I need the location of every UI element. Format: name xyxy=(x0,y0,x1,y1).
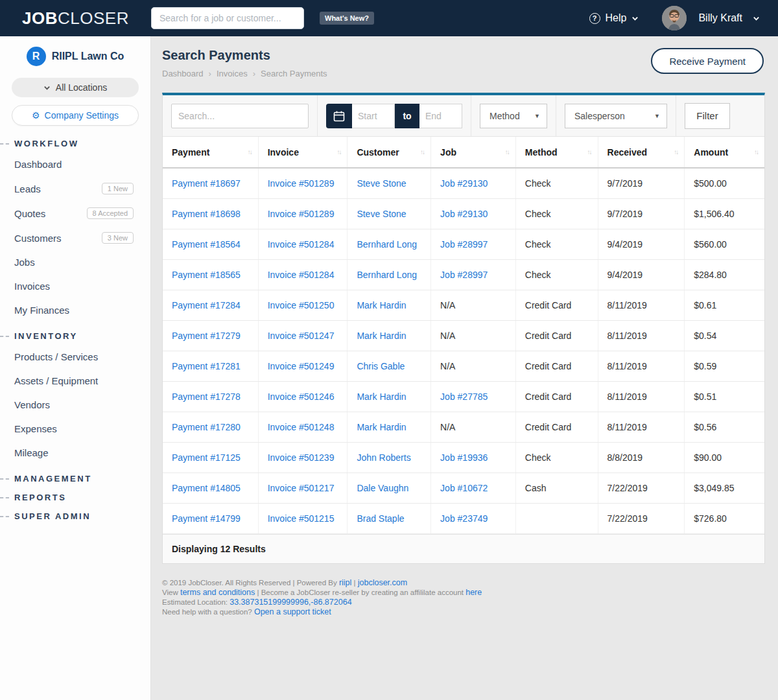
customer-link[interactable]: Mark Hardin xyxy=(357,391,406,402)
invoice-link[interactable]: Invoice #501239 xyxy=(268,452,335,463)
section-reports[interactable]: REPORTS xyxy=(0,493,150,502)
sidebar-item-invoices[interactable]: Invoices xyxy=(0,274,150,298)
column-header-customer[interactable]: Customer↑↓ xyxy=(348,137,431,167)
column-header-amount[interactable]: Amount↑↓ xyxy=(685,137,764,167)
customer-link[interactable]: John Roberts xyxy=(357,452,410,463)
payment-link[interactable]: Payment #18565 xyxy=(172,270,241,280)
sort-icon[interactable]: ↑↓ xyxy=(420,148,424,156)
payment-link[interactable]: Payment #17278 xyxy=(172,391,241,402)
user-avatar[interactable] xyxy=(662,6,687,30)
job-link[interactable]: Job #23749 xyxy=(440,513,488,524)
payment-link[interactable]: Payment #18564 xyxy=(172,239,241,250)
calendar-icon[interactable] xyxy=(326,104,352,128)
footer-link[interactable]: riipl xyxy=(339,578,351,587)
end-date-input[interactable] xyxy=(419,104,462,128)
global-search-input[interactable] xyxy=(151,7,304,29)
job-link[interactable]: Job #28997 xyxy=(440,239,488,250)
sort-icon[interactable]: ↑↓ xyxy=(505,148,509,156)
customer-link[interactable]: Dale Vaughn xyxy=(357,483,408,493)
column-header-method[interactable]: Method↑↓ xyxy=(516,137,598,167)
sort-icon[interactable]: ↑↓ xyxy=(674,148,678,156)
job-link[interactable]: Job #29130 xyxy=(440,209,488,219)
column-header-received[interactable]: Received↑↓ xyxy=(598,137,685,167)
invoice-link[interactable]: Invoice #501215 xyxy=(268,513,335,524)
invoice-link[interactable]: Invoice #501289 xyxy=(268,178,335,189)
customer-link[interactable]: Mark Hardin xyxy=(357,422,406,432)
footer-link[interactable]: 33.387315199999996,-86.872064 xyxy=(230,598,351,607)
sort-icon[interactable]: ↑↓ xyxy=(248,148,252,156)
footer-link[interactable]: Open a support ticket xyxy=(254,607,331,616)
app-logo[interactable]: JOBCLOSER xyxy=(0,8,151,29)
filter-button[interactable]: Filter xyxy=(685,103,730,129)
customer-link[interactable]: Mark Hardin xyxy=(357,300,406,310)
customer-link[interactable]: Brad Staple xyxy=(357,513,404,524)
receive-payment-button[interactable]: Receive Payment xyxy=(651,48,764,74)
customer-link[interactable]: Steve Stone xyxy=(357,178,406,189)
customer-link[interactable]: Bernhard Long xyxy=(357,270,417,280)
sidebar-item-expenses[interactable]: Expenses xyxy=(0,417,150,441)
invoice-link[interactable]: Invoice #501289 xyxy=(268,209,335,219)
invoice-link[interactable]: Invoice #501284 xyxy=(268,270,335,280)
payment-link[interactable]: Payment #14805 xyxy=(172,483,241,493)
sidebar-item-products-services[interactable]: Products / Services xyxy=(0,345,150,369)
sort-icon[interactable]: ↑↓ xyxy=(587,148,591,156)
invoice-link[interactable]: Invoice #501249 xyxy=(268,361,335,371)
footer-line: © 2019 JobCloser. All Rights Reserved | … xyxy=(162,578,765,588)
payment-link[interactable]: Payment #17125 xyxy=(172,452,241,463)
sidebar-item-quotes[interactable]: Quotes8 Accepted xyxy=(0,201,150,226)
footer-link[interactable]: here xyxy=(466,588,482,597)
sort-icon[interactable]: ↑↓ xyxy=(754,148,758,156)
start-date-input[interactable] xyxy=(352,104,395,128)
invoice-link[interactable]: Invoice #501250 xyxy=(268,300,335,310)
footer-link[interactable]: terms and conditions xyxy=(180,588,255,597)
invoice-link[interactable]: Invoice #501246 xyxy=(268,391,335,402)
invoice-link[interactable]: Invoice #501284 xyxy=(268,239,335,250)
column-header-invoice[interactable]: Invoice↑↓ xyxy=(259,137,348,167)
breadcrumb-dashboard[interactable]: Dashboard xyxy=(162,69,204,78)
payment-link[interactable]: Payment #17279 xyxy=(172,331,241,341)
invoice-link[interactable]: Invoice #501248 xyxy=(268,422,335,432)
customer-link[interactable]: Bernhard Long xyxy=(357,239,417,250)
job-link[interactable]: Job #27785 xyxy=(440,391,488,402)
job-link[interactable]: Job #10672 xyxy=(440,483,488,493)
invoice-link[interactable]: Invoice #501217 xyxy=(268,483,335,493)
whats-new-button[interactable]: What's New? xyxy=(320,12,374,25)
job-link[interactable]: Job #28997 xyxy=(440,270,488,280)
received-value: 7/22/2019 xyxy=(607,483,648,493)
job-link[interactable]: Job #29130 xyxy=(440,178,488,189)
payment-link[interactable]: Payment #17280 xyxy=(172,422,241,432)
section-management[interactable]: MANAGEMENT xyxy=(0,474,150,484)
salesperson-select[interactable]: Salesperson ▼ xyxy=(565,104,667,128)
job-link[interactable]: Job #19936 xyxy=(440,452,488,463)
invoice-link[interactable]: Invoice #501247 xyxy=(268,331,335,341)
customer-link[interactable]: Mark Hardin xyxy=(357,331,406,341)
section-super-admin[interactable]: SUPER ADMIN xyxy=(0,511,150,521)
sidebar-item-leads[interactable]: Leads1 New xyxy=(0,176,150,201)
sidebar-item-assets-equipment[interactable]: Assets / Equipment xyxy=(0,369,150,393)
sidebar-item-customers[interactable]: Customers3 New xyxy=(0,226,150,250)
column-header-job[interactable]: Job↑↓ xyxy=(431,137,516,167)
sidebar-item-jobs[interactable]: Jobs xyxy=(0,250,150,274)
payment-link[interactable]: Payment #18697 xyxy=(172,178,241,189)
payment-link[interactable]: Payment #17281 xyxy=(172,361,241,371)
locations-dropdown[interactable]: All Locations xyxy=(12,78,139,97)
customer-link[interactable]: Chris Gable xyxy=(357,361,405,371)
footer-link[interactable]: jobcloser.com xyxy=(358,578,407,587)
sidebar-item-dashboard[interactable]: Dashboard xyxy=(0,152,150,176)
sidebar-item-mileage[interactable]: Mileage xyxy=(0,441,150,465)
sort-icon[interactable]: ↑↓ xyxy=(336,148,340,156)
payment-link[interactable]: Payment #14799 xyxy=(172,513,241,524)
breadcrumb-invoices[interactable]: Invoices xyxy=(217,69,248,78)
payment-link[interactable]: Payment #18698 xyxy=(172,209,241,219)
help-menu[interactable]: ? Help xyxy=(589,12,639,24)
sidebar-item-vendors[interactable]: Vendors xyxy=(0,393,150,417)
column-header-payment[interactable]: Payment↑↓ xyxy=(163,137,259,167)
payment-link[interactable]: Payment #17284 xyxy=(172,300,241,310)
user-name[interactable]: Billy Kraft xyxy=(698,12,742,24)
company-settings-button[interactable]: ⚙ Company Settings xyxy=(12,105,139,126)
sidebar-item-my-finances[interactable]: My Finances xyxy=(0,298,150,322)
method-select[interactable]: Method ▼ xyxy=(480,104,547,128)
customer-link[interactable]: Steve Stone xyxy=(357,209,406,219)
filter-button-section: Filter xyxy=(676,95,738,136)
table-search-input[interactable] xyxy=(171,104,309,128)
